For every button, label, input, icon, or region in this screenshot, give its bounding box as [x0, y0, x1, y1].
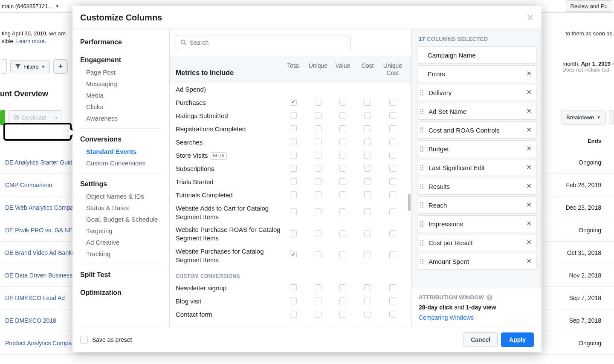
metric-checkbox[interactable] [339, 99, 346, 106]
search-input[interactable] [190, 39, 346, 46]
metric-checkbox[interactable] [315, 284, 321, 291]
sidebar-item[interactable]: Messaging [80, 78, 162, 90]
metric-checkbox[interactable] [364, 284, 371, 291]
metric-checkbox[interactable] [290, 191, 297, 198]
sidebar-group-title[interactable]: Engagement [80, 54, 162, 66]
drag-handle-icon[interactable] [420, 259, 425, 264]
metric-checkbox[interactable] [389, 152, 396, 159]
metric-checkbox[interactable] [389, 284, 396, 291]
selected-column-item[interactable]: Reach✕ [417, 196, 536, 214]
metric-checkbox[interactable] [364, 298, 371, 304]
drag-handle-icon[interactable] [420, 90, 425, 95]
sidebar-item[interactable]: Clicks [80, 101, 162, 113]
save-preset-checkbox[interactable] [80, 336, 88, 344]
metric-checkbox[interactable] [315, 139, 321, 145]
metric-checkbox[interactable] [290, 230, 297, 237]
metric-checkbox[interactable] [364, 311, 371, 318]
remove-column-icon[interactable]: ✕ [526, 145, 532, 152]
metric-checkbox[interactable] [339, 311, 346, 318]
metric-checkbox[interactable] [389, 298, 396, 304]
metric-checkbox[interactable] [290, 208, 297, 215]
sidebar-item[interactable]: Custom Conversions [80, 157, 162, 169]
comparing-windows-link[interactable]: Comparing Windows [419, 314, 535, 321]
metric-checkbox[interactable] [339, 230, 346, 237]
sidebar-item[interactable]: Ad Creative [80, 237, 162, 248]
selected-column-item[interactable]: Cost and ROAS Controls✕ [417, 121, 536, 139]
metric-checkbox[interactable] [290, 311, 297, 318]
selected-column-item[interactable]: Last Significant Edit✕ [417, 159, 536, 176]
metric-checkbox[interactable] [339, 284, 346, 291]
remove-column-icon[interactable]: ✕ [526, 239, 532, 246]
remove-column-icon[interactable]: ✕ [526, 164, 532, 171]
search-box[interactable] [176, 35, 350, 50]
selected-column-item[interactable]: Budget✕ [417, 140, 536, 157]
metric-checkbox[interactable] [364, 178, 371, 185]
drag-handle-icon[interactable] [420, 146, 425, 152]
metric-checkbox[interactable] [364, 99, 371, 106]
metric-checkbox[interactable] [315, 208, 321, 215]
sidebar-item[interactable]: Page Post [80, 66, 162, 78]
metric-checkbox[interactable] [389, 99, 396, 106]
metric-checkbox[interactable] [389, 178, 396, 185]
drag-handle-icon[interactable] [420, 109, 425, 114]
metric-checkbox[interactable] [290, 112, 297, 119]
remove-column-icon[interactable]: ✕ [526, 89, 532, 96]
selected-column-item[interactable]: Delivery✕ [417, 84, 536, 101]
metric-checkbox[interactable] [364, 230, 371, 237]
metric-checkbox[interactable] [290, 251, 297, 258]
apply-button[interactable]: Apply [501, 332, 534, 347]
selected-columns-list[interactable]: Campaign NameErrors✕Delivery✕Ad Set Name… [412, 46, 542, 288]
metric-checkbox[interactable] [339, 298, 346, 304]
metric-checkbox[interactable] [290, 99, 297, 106]
metric-checkbox[interactable] [339, 251, 346, 258]
metric-checkbox[interactable] [339, 139, 346, 145]
metric-checkbox[interactable] [315, 191, 321, 198]
metric-checkbox[interactable] [389, 191, 396, 198]
drag-handle-icon[interactable] [420, 184, 425, 189]
info-icon[interactable]: i [487, 295, 492, 300]
metric-checkbox[interactable] [339, 178, 346, 185]
selected-column-item[interactable]: Cost per Result✕ [417, 234, 536, 251]
metric-checkbox[interactable] [339, 208, 346, 215]
sidebar-item[interactable]: Tracking [80, 248, 162, 260]
metric-checkbox[interactable] [290, 139, 297, 145]
metric-checkbox[interactable] [389, 230, 396, 237]
remove-column-icon[interactable]: ✕ [526, 220, 532, 227]
metric-checkbox[interactable] [315, 152, 321, 159]
selected-column-item[interactable]: Results✕ [417, 178, 536, 195]
metric-checkbox[interactable] [389, 139, 396, 145]
drag-handle-icon[interactable] [420, 221, 425, 227]
metric-checkbox[interactable] [389, 251, 396, 258]
metric-checkbox[interactable] [315, 112, 321, 119]
metric-checkbox[interactable] [339, 165, 346, 172]
metric-checkbox[interactable] [290, 284, 297, 291]
sidebar-group-title[interactable]: Performance [80, 36, 162, 49]
close-icon[interactable]: ✕ [526, 13, 534, 23]
metric-checkbox[interactable] [339, 125, 346, 132]
selected-column-item[interactable]: Impressions✕ [417, 215, 536, 232]
metric-checkbox[interactable] [364, 251, 371, 258]
sidebar-group-title[interactable]: Conversions [80, 133, 162, 146]
metric-checkbox[interactable] [389, 311, 396, 318]
remove-column-icon[interactable]: ✕ [526, 127, 532, 133]
metric-checkbox[interactable] [290, 178, 297, 185]
remove-column-icon[interactable]: ✕ [526, 258, 532, 265]
drag-handle-icon[interactable] [420, 165, 425, 170]
metric-checkbox[interactable] [389, 165, 396, 172]
selected-column-item[interactable]: Ad Set Name✕ [417, 103, 536, 120]
metric-checkbox[interactable] [290, 298, 297, 304]
metric-checkbox[interactable] [364, 112, 371, 119]
metric-checkbox[interactable] [290, 165, 297, 172]
metric-checkbox[interactable] [389, 208, 396, 215]
metric-checkbox[interactable] [315, 230, 321, 237]
remove-column-icon[interactable]: ✕ [526, 70, 532, 77]
selected-column-item[interactable]: Amount Spent✕ [417, 253, 536, 270]
metric-checkbox[interactable] [339, 112, 346, 119]
metric-checkbox[interactable] [290, 125, 297, 132]
cancel-button[interactable]: Cancel [463, 332, 498, 347]
sidebar-group-title[interactable]: Optimization [80, 286, 162, 299]
metric-checkbox[interactable] [364, 165, 371, 172]
metric-checkbox[interactable] [315, 251, 321, 258]
category-sidebar[interactable]: PerformanceEngagementPage PostMessagingM… [72, 29, 170, 327]
metric-checkbox[interactable] [315, 311, 321, 318]
